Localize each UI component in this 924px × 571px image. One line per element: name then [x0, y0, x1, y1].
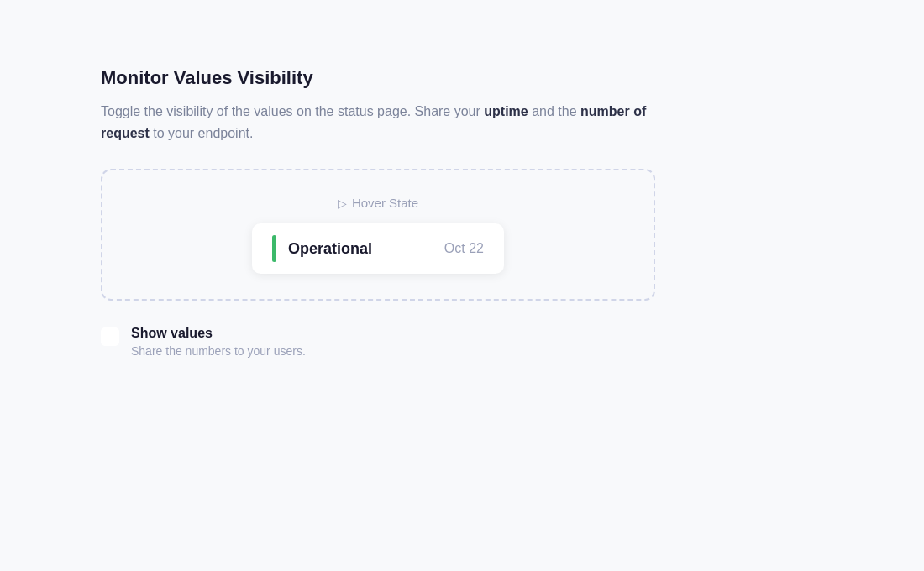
section-description: Toggle the visibility of the values on t…: [101, 101, 655, 144]
status-indicator: [272, 235, 276, 262]
hover-state-label: ▷ Hover State: [338, 196, 418, 210]
checkbox-wrapper[interactable]: [101, 327, 119, 346]
desc-middle: and the: [528, 104, 580, 118]
show-values-checkbox[interactable]: [101, 327, 119, 346]
checkbox-row: Show values Share the numbers to your us…: [101, 326, 655, 358]
hover-state-text: Hover State: [352, 196, 418, 210]
status-date: Oct 22: [444, 241, 484, 256]
checkbox-content: Show values Share the numbers to your us…: [131, 326, 306, 358]
show-values-label: Show values: [131, 326, 306, 341]
show-values-sublabel: Share the numbers to your users.: [131, 344, 306, 358]
section-title: Monitor Values Visibility: [101, 67, 655, 89]
preview-box: ▷ Hover State Operational Oct 22: [101, 169, 655, 301]
status-text: Operational: [288, 240, 433, 258]
desc-end: to your endpoint.: [150, 126, 254, 140]
status-card: Operational Oct 22: [252, 223, 504, 274]
desc-start: Toggle the visibility of the values on t…: [101, 104, 484, 118]
cursor-icon: ▷: [338, 196, 347, 210]
page-container: Monitor Values Visibility Toggle the vis…: [0, 0, 756, 425]
desc-bold1: uptime: [484, 104, 528, 118]
